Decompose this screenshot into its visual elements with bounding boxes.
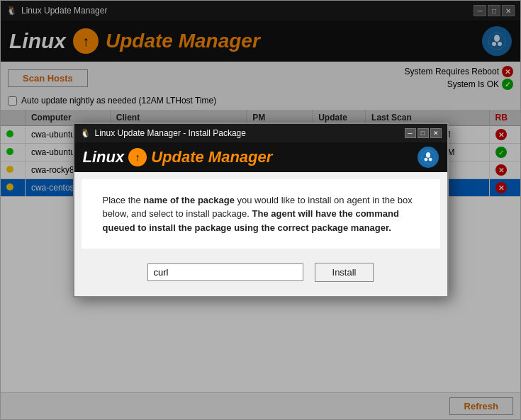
install-button[interactable]: Install bbox=[315, 263, 374, 282]
svg-point-6 bbox=[424, 158, 427, 161]
install-package-modal: 🐧 Linux Update Manager - Install Package… bbox=[73, 123, 449, 298]
modal-controls: ─ □ ✕ bbox=[405, 128, 442, 138]
package-name-input[interactable] bbox=[147, 263, 303, 281]
svg-point-7 bbox=[428, 158, 432, 161]
modal-title-icon: 🐧 bbox=[80, 128, 91, 138]
modal-logo-arrow: ↑ bbox=[128, 148, 147, 166]
svg-point-5 bbox=[425, 152, 430, 158]
modal-minimize-button[interactable]: ─ bbox=[405, 128, 416, 138]
modal-header-banner: Linux ↑ Update Manager bbox=[74, 142, 447, 172]
modal-body-bold1: name of the package bbox=[143, 195, 235, 205]
modal-body: Place the name of the package you would … bbox=[82, 179, 440, 249]
modal-footer: Install bbox=[74, 256, 447, 296]
modal-close-button[interactable]: ✕ bbox=[430, 128, 442, 138]
modal-title-bar: 🐧 Linux Update Manager - Install Package… bbox=[74, 124, 447, 142]
modal-logo: Linux ↑ Update Manager bbox=[83, 148, 273, 166]
modal-maximize-button[interactable]: □ bbox=[418, 128, 429, 138]
modal-logo-linux: Linux bbox=[83, 148, 125, 166]
modal-logo-update-manager: Update Manager bbox=[151, 148, 272, 166]
modal-title-text: Linux Update Manager - Install Package bbox=[95, 128, 246, 138]
modal-logo-right-icon bbox=[418, 147, 439, 168]
main-window: 🐧 Linux Update Manager ─ □ ✕ Linux ↑ Upd… bbox=[0, 0, 521, 420]
modal-body-text1: Place the bbox=[103, 195, 144, 205]
modal-overlay: 🐧 Linux Update Manager - Install Package… bbox=[1, 1, 520, 419]
